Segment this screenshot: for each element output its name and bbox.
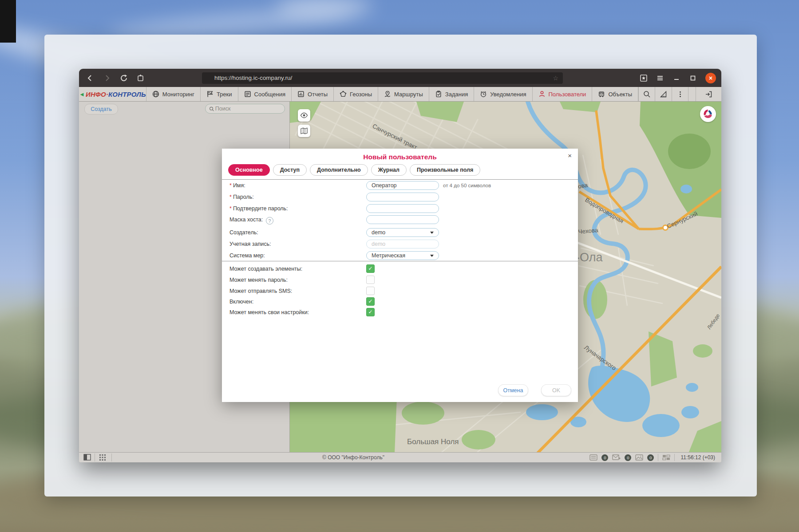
dialog-buttons: Отмена OK [498, 384, 571, 396]
field-row-creator: Создатель: demo [222, 228, 578, 238]
help-icon[interactable]: ? [266, 217, 273, 225]
tab-access[interactable]: Доступ [273, 164, 307, 176]
field-label: Система мер: [229, 252, 265, 259]
tab-journal[interactable]: Журнал [371, 164, 407, 176]
nav-item-messages[interactable]: Сообщения [238, 87, 292, 101]
back-icon[interactable] [86, 74, 94, 82]
route-pin-icon [384, 91, 391, 98]
nav-item-tasks[interactable]: Задания [429, 87, 474, 101]
bookmarks-icon[interactable] [640, 74, 648, 82]
create-button[interactable]: Создать [84, 104, 118, 114]
create-button-label: Создать [91, 106, 112, 112]
nav-label: Объекты [608, 91, 632, 98]
maximize-icon[interactable] [689, 74, 697, 82]
nav-label: Пользователи [549, 91, 586, 98]
can-create-checkbox[interactable]: ✓ [366, 264, 375, 273]
divider [95, 453, 95, 461]
can-change-password-checkbox[interactable] [366, 276, 375, 284]
search-icon [643, 91, 651, 98]
nav-item-users[interactable]: Пользователи [533, 87, 593, 101]
nav-item-objects[interactable]: Объекты [592, 87, 638, 101]
map-forest-dark [668, 134, 711, 169]
checkbox-row-can-change-settings: Может менять свои настройки: ✓ [222, 308, 578, 317]
cancel-button[interactable]: Отмена [498, 384, 528, 396]
bookmark-star-icon[interactable]: ☆ [553, 72, 558, 84]
field-label: Пароль: [233, 194, 254, 200]
nav-item-monitoring[interactable]: Мониторинг [146, 87, 201, 101]
can-send-sms-checkbox[interactable] [366, 287, 375, 295]
nav-item-routes[interactable]: Маршруты [378, 87, 429, 101]
map-visibility-button[interactable] [298, 109, 310, 122]
new-user-dialog: Новый пользователь × Основное Доступ Доп… [222, 149, 578, 402]
minimize-icon[interactable] [672, 74, 680, 82]
map-provider-logo[interactable] [700, 106, 716, 122]
nav-label: Треки [217, 91, 232, 98]
ok-button[interactable]: OK [541, 384, 571, 396]
close-window-button[interactable]: × [705, 73, 716, 83]
nav-logout-button[interactable] [696, 87, 721, 101]
creator-select-value: demo [372, 229, 385, 236]
menu-icon[interactable] [656, 74, 664, 82]
checkbox-label: Может создавать элементы: [229, 266, 302, 272]
mail-status-icon[interactable] [612, 454, 621, 461]
host-mask-input[interactable] [366, 215, 439, 224]
status-bar: © ООО "Инфо-Контроль" 0 0 0 [79, 452, 721, 462]
checkbox-label: Может менять свои настройки: [229, 309, 309, 315]
map-layers-button[interactable] [298, 125, 310, 137]
dialog-close-icon[interactable]: × [568, 152, 572, 159]
status-badge: 0 [601, 454, 608, 461]
nav-item-geozones[interactable]: Геозоны [334, 87, 378, 101]
map-label-city: -Ола [576, 251, 603, 264]
password-input[interactable] [366, 193, 439, 201]
clock-text: 11:56:12 (+03) [680, 454, 715, 461]
can-change-settings-checkbox[interactable]: ✓ [366, 308, 375, 316]
tab-custom-fields[interactable]: Произвольные поля [410, 164, 480, 176]
nav-more-button[interactable] [672, 87, 688, 101]
dialog-title: Новый пользователь [222, 153, 578, 161]
grid-icon[interactable] [99, 454, 106, 461]
nav-item-notifications[interactable]: Уведомления [474, 87, 532, 101]
search-input[interactable] [214, 105, 281, 112]
panel-toggle-icon[interactable] [83, 454, 91, 461]
required-asterisk: * [229, 182, 232, 189]
measure-system-select[interactable]: Метрическая [366, 251, 439, 260]
checkbox-label: Включен: [229, 299, 253, 305]
chevron-down-icon [430, 232, 434, 234]
dialog-tabs: Основное Доступ Дополнительно Журнал Про… [228, 164, 480, 176]
image-status-icon[interactable] [635, 454, 643, 461]
list-status-icon[interactable] [589, 454, 597, 461]
nav-measure-button[interactable] [655, 87, 672, 101]
nav-item-reports[interactable]: Отчеты [292, 87, 334, 101]
nav-item-tracks[interactable]: Треки [201, 87, 238, 101]
enabled-checkbox[interactable]: ✓ [366, 297, 375, 306]
url-text: https://hosting.ic-company.ru/ [214, 75, 292, 81]
search-field[interactable] [205, 104, 285, 114]
copyright-text: © ООО "Инфо-Контроль" [322, 454, 384, 461]
creator-select[interactable]: demo [366, 228, 439, 237]
checkbox-label: Может менять пароль: [229, 277, 288, 283]
globe-icon [152, 91, 159, 98]
new-tab-icon[interactable] [137, 74, 145, 82]
name-input[interactable] [366, 181, 439, 190]
checkbox-row-can-create: Может создавать элементы: ✓ [222, 264, 578, 273]
account-input [366, 240, 439, 248]
divider [111, 453, 112, 461]
divider [222, 179, 578, 180]
map-label-bolshaya-nolya: Большая Ноля [407, 437, 459, 446]
field-row-name: *Имя: от 4 до 50 символов [222, 181, 578, 191]
nav-search-button[interactable] [639, 87, 655, 101]
url-bar[interactable]: https://hosting.ic-company.ru/ ☆ [202, 72, 563, 84]
checkered-flag-icon [206, 91, 214, 98]
legend-icon[interactable] [662, 454, 670, 461]
nav-label: Отчеты [308, 91, 328, 98]
field-label: Подтвердите пароль: [233, 205, 288, 212]
nav-label: Сообщения [254, 91, 286, 98]
reload-icon[interactable] [120, 74, 128, 82]
measure-system-value: Метрическая [372, 252, 405, 260]
browser-window: https://hosting.ic-company.ru/ ☆ × [79, 69, 721, 462]
forward-icon[interactable] [103, 74, 111, 82]
confirm-password-input[interactable] [366, 204, 439, 213]
tab-main[interactable]: Основное [228, 164, 270, 176]
tab-additional[interactable]: Дополнительно [310, 164, 368, 176]
field-label: Имя: [233, 182, 245, 189]
